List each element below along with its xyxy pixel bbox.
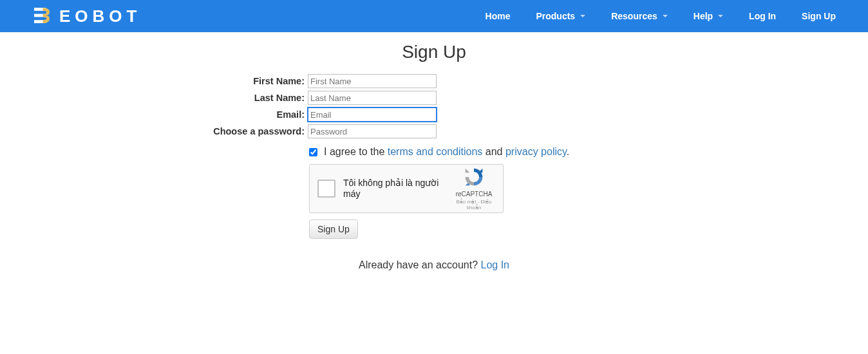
agree-checkbox[interactable] [309,148,317,156]
svg-marker-5 [466,169,470,173]
svg-rect-1 [34,14,44,17]
agree-text: I agree to the terms and conditions and … [324,146,569,158]
nav-products[interactable]: Products [536,11,585,21]
brand-text: EOBOT [59,6,141,26]
password-input[interactable] [308,124,437,138]
login-link[interactable]: Log In [480,259,509,270]
nav-help-label: Help [693,11,713,21]
nav-login-label: Log In [749,11,776,21]
last-name-row: Last Name: [67,91,801,105]
nav-signup[interactable]: Sign Up [802,11,836,21]
recaptcha-widget: Tôi không phải là người máy reCAPTCHA Bả… [309,164,504,213]
nav-home[interactable]: Home [486,11,511,21]
page-title: Sign Up [67,42,801,62]
signup-button[interactable]: Sign Up [309,219,358,239]
navbar: EOBOT Home Products Resources Help Log I… [0,0,868,32]
chevron-down-icon [663,15,668,17]
login-prompt-text: Already have an account? [359,259,480,270]
recaptcha-label: Tôi không phải là người máy [343,178,453,200]
signup-form: First Name: Last Name: Email: Choose a p… [67,74,801,239]
email-input[interactable] [308,107,437,122]
first-name-input[interactable] [308,74,437,88]
nav-help[interactable]: Help [693,11,723,21]
nav-login[interactable]: Log In [749,11,776,21]
email-label: Email: [67,109,308,120]
last-name-label: Last Name: [67,93,308,103]
recaptcha-logo-icon [464,167,484,187]
password-row: Choose a password: [67,124,801,138]
recaptcha-brand-text: reCAPTCHA [453,191,495,198]
brand-logo-icon [32,6,52,27]
login-prompt: Already have an account? Log In [67,259,801,271]
agree-suffix: . [567,146,569,157]
agree-row: I agree to the terms and conditions and … [309,146,801,158]
nav-resources-label: Resources [611,11,657,21]
chevron-down-icon [580,15,585,17]
email-row: Email: [67,107,801,122]
nav-products-label: Products [536,11,575,21]
recaptcha-branding: reCAPTCHA Bảo mật - Điều khoản [453,167,495,210]
nav-resources[interactable]: Resources [611,11,668,21]
recaptcha-checkbox[interactable] [317,180,335,198]
first-name-label: First Name: [67,76,308,86]
agree-and: and [482,146,505,157]
brand-link[interactable]: EOBOT [32,6,141,27]
nav-signup-label: Sign Up [802,11,836,21]
last-name-input[interactable] [308,91,437,105]
chevron-down-icon [718,15,723,17]
terms-link[interactable]: terms and conditions [388,146,483,157]
password-label: Choose a password: [67,126,308,136]
first-name-row: First Name: [67,74,801,88]
agree-prefix: I agree to the [324,146,388,157]
nav-home-label: Home [486,11,511,21]
recaptcha-terms-text: Bảo mật - Điều khoản [453,199,495,210]
privacy-link[interactable]: privacy policy [505,146,567,157]
page-container: Sign Up First Name: Last Name: Email: Ch… [67,32,801,271]
